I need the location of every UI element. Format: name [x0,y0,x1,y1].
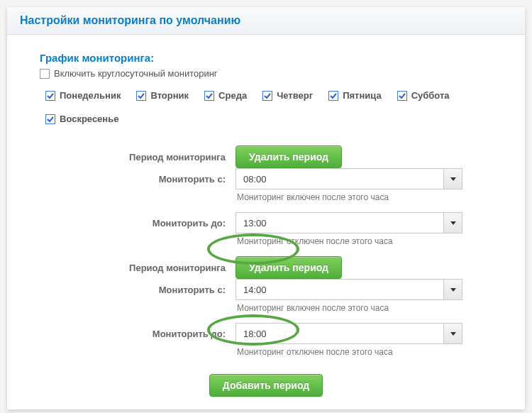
day-label: Вторник [150,90,189,101]
day-checkbox-1[interactable] [136,91,146,101]
enable-247-checkbox[interactable] [40,69,50,79]
monitor-from-value: 14:00 [236,285,274,295]
chevron-down-icon [443,169,462,189]
monitor-to-hint: Мониторинг отключен после этого часа [237,236,462,246]
monitor-to-hint: Мониторинг отключен после этого часа [237,347,462,357]
day-checkbox-4[interactable] [328,91,338,101]
day-checkbox-3[interactable] [262,91,272,101]
monitor-from-hint: Мониторинг включен после этого часа [237,303,462,313]
monitor-from-label: Мониторить с: [27,280,226,299]
monitor-from-label: Мониторить с: [27,170,226,189]
chevron-down-icon [443,280,462,299]
day-label: Суббота [411,90,450,101]
day-label: Среда [218,90,247,101]
monitor-to-label: Мониторить до: [27,214,226,233]
schedule-section-title: График мониторинга: [40,52,505,64]
day-checkbox-5[interactable] [397,91,407,101]
delete-period-button-1[interactable]: Удалить период [235,256,342,279]
chevron-down-icon [443,213,462,233]
delete-period-button-0[interactable]: Удалить период [235,145,342,168]
panel-title: Настройки мониторинга по умолчанию [20,14,240,26]
add-period-button[interactable]: Добавить период [209,374,323,397]
monitor-to-value: 18:00 [236,329,274,339]
monitor-from-select-0[interactable]: 08:00 [235,168,462,189]
day-label: Четверг [277,90,313,101]
monitor-from-select-1[interactable]: 14:00 [235,279,462,300]
chevron-down-icon [443,324,462,343]
monitor-from-hint: Мониторинг включен после этого часа [237,192,462,202]
enable-247-label: Включить круглосуточный мониторинг [54,68,218,79]
day-checkbox-0[interactable] [45,91,55,101]
settings-panel: Настройки мониторинга по умолчанию Графи… [7,7,525,409]
monitor-to-value: 13:00 [236,218,274,228]
period-label: Период мониторинга [27,258,226,277]
day-label: Воскресенье [60,114,118,124]
day-label: Понедельник [60,90,121,101]
panel-header: Настройки мониторинга по умолчанию [7,7,525,35]
monitor-from-value: 08:00 [236,174,274,185]
day-checkbox-6[interactable] [45,114,55,124]
monitor-to-select-0[interactable]: 13:00 [235,212,462,233]
period-label: Период мониторинга [27,148,226,167]
monitor-to-select-1[interactable]: 18:00 [235,323,462,344]
panel-body: График мониторинга: Включить круглосуточ… [7,35,525,409]
day-checkbox-2[interactable] [204,91,214,101]
day-label: Пятница [343,90,382,101]
monitor-to-label: Мониторить до: [27,324,226,343]
